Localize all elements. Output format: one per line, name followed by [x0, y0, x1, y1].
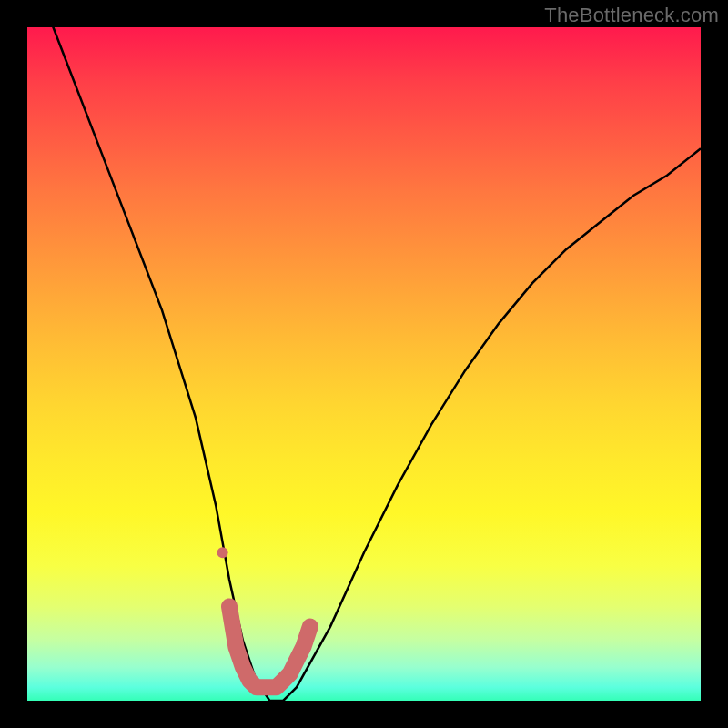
- chart-frame: TheBottleneck.com: [0, 0, 728, 728]
- plot-area: [27, 27, 701, 701]
- bottleneck-curve: [27, 0, 701, 701]
- curve-path: [27, 0, 701, 701]
- marker-dot: [217, 547, 228, 558]
- marker-path: [229, 606, 310, 687]
- optimal-range-markers: [217, 547, 310, 687]
- watermark-text: TheBottleneck.com: [544, 4, 719, 27]
- chart-svg: [27, 27, 701, 701]
